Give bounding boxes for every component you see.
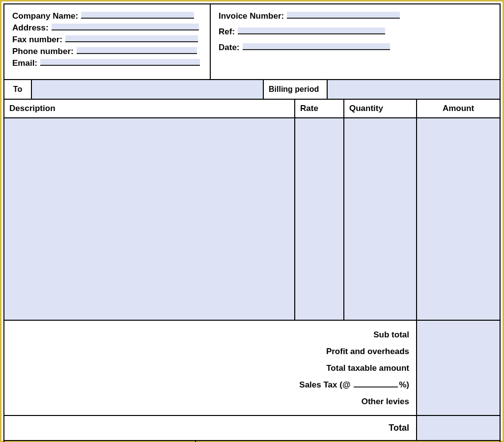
sales-tax-prefix: Sales Tax (@: [299, 380, 350, 389]
fax-field: Fax number:: [12, 35, 202, 45]
totals-labels: Sub total Profit and overheads Total tax…: [4, 321, 417, 415]
total-label: Total: [4, 416, 417, 440]
quantity-area[interactable]: [344, 118, 417, 320]
date-input[interactable]: [243, 43, 390, 50]
sales-tax-label: Sales Tax (@ %): [11, 377, 409, 393]
invoice-page: { "header": { "left": { "company_name_la…: [0, 0, 504, 442]
address-field: Address:: [12, 23, 202, 33]
company-name-input[interactable]: [81, 12, 194, 19]
company-info-box: Company Name: Address: Fax number: Phone…: [3, 3, 210, 80]
company-name-label: Company Name:: [12, 11, 78, 21]
email-field: Email:: [12, 58, 202, 68]
invoice-number-input[interactable]: [287, 12, 400, 19]
to-billing-row: To Billing period: [3, 80, 501, 100]
phone-field: Phone number:: [12, 47, 202, 56]
totals-values-area[interactable]: [417, 321, 500, 415]
invoice-info-box: Invoice Number: Ref: Date:: [210, 3, 501, 80]
phone-label: Phone number:: [12, 47, 74, 56]
total-value-area[interactable]: [417, 416, 500, 440]
header-section: Company Name: Address: Fax number: Phone…: [3, 3, 501, 80]
email-input[interactable]: [40, 59, 200, 66]
grand-total-row: Total: [3, 416, 501, 441]
taxable-amount-label: Total taxable amount: [11, 360, 409, 377]
to-input[interactable]: [32, 80, 264, 99]
ref-input[interactable]: [238, 28, 385, 34]
col-rate: Rate: [295, 100, 344, 117]
invoice-number-field: Invoice Number:: [219, 11, 492, 21]
address-input[interactable]: [52, 24, 199, 30]
profit-overheads-label: Profit and overheads: [11, 343, 409, 360]
subtotal-label: Sub total: [11, 327, 409, 343]
col-description: Description: [4, 100, 295, 117]
sales-tax-rate-input[interactable]: [354, 387, 398, 387]
ref-field: Ref:: [219, 27, 492, 37]
other-levies-label: Other levies: [11, 393, 409, 410]
items-header-row: Description Rate Quantity Amount: [3, 100, 501, 118]
description-area[interactable]: [4, 118, 295, 320]
billing-period-label: Billing period: [264, 80, 328, 99]
rate-area[interactable]: [295, 118, 344, 320]
company-name-field: Company Name:: [12, 11, 202, 21]
email-label: Email:: [12, 58, 37, 68]
date-field: Date:: [219, 43, 492, 53]
address-label: Address:: [12, 23, 49, 33]
date-label: Date:: [219, 43, 240, 53]
totals-section: Sub total Profit and overheads Total tax…: [3, 321, 501, 416]
col-amount: Amount: [417, 100, 500, 117]
fax-input[interactable]: [65, 35, 198, 42]
sales-tax-suffix: %): [399, 380, 409, 389]
fax-label: Fax number:: [12, 35, 62, 45]
billing-period-input[interactable]: [328, 80, 500, 99]
invoice-number-label: Invoice Number:: [219, 11, 284, 21]
amount-area[interactable]: [417, 118, 500, 320]
col-quantity: Quantity: [344, 100, 417, 117]
items-body-row: [3, 118, 501, 321]
ref-label: Ref:: [219, 27, 235, 37]
to-label: To: [4, 80, 32, 99]
phone-input[interactable]: [77, 47, 197, 54]
